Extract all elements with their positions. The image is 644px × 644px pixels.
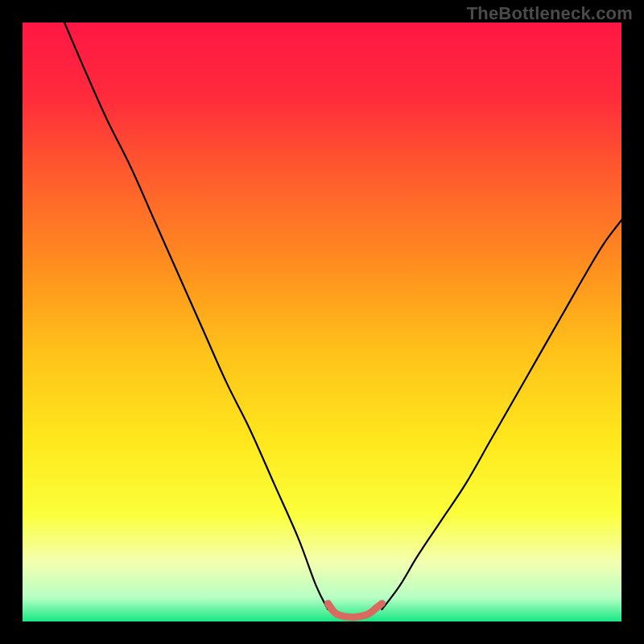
watermark-label: TheBottleneck.com [467,3,633,24]
plot-background [23,23,621,621]
chart-frame: TheBottleneck.com [0,0,644,644]
bottleneck-curve-chart [0,0,644,644]
